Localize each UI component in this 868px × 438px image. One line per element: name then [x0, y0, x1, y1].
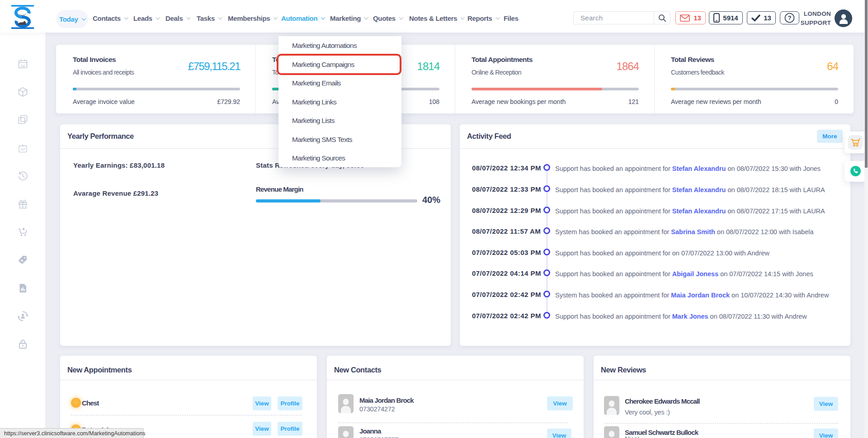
svg-text:12: 12 [21, 64, 25, 68]
svg-text:?: ? [788, 15, 792, 21]
